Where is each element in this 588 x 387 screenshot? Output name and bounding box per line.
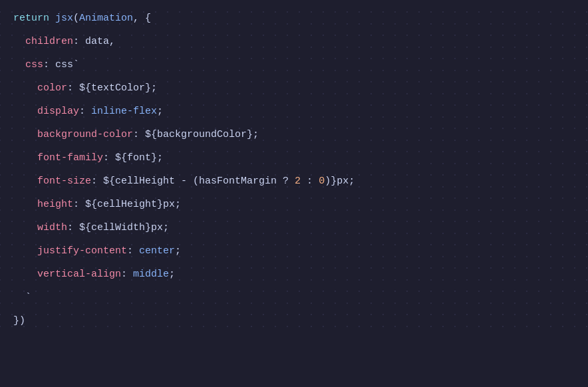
code-line: background-color: ${backgroundColor}; bbox=[0, 123, 588, 146]
code-token: : bbox=[121, 269, 133, 280]
code-token: data bbox=[85, 36, 109, 47]
code-token: middle bbox=[133, 269, 169, 280]
code-token: )}px bbox=[325, 176, 349, 187]
code-token: inline-flex bbox=[91, 106, 157, 117]
code-line: color: ${textColor}; bbox=[0, 76, 588, 100]
code-token: css bbox=[13, 59, 43, 70]
code-token: ; bbox=[169, 269, 175, 280]
code-token: : bbox=[133, 129, 145, 140]
code-token: ${font} bbox=[115, 152, 157, 164]
code-token: ; bbox=[163, 222, 169, 233]
code-line: height: ${cellHeight}px; bbox=[0, 193, 588, 216]
code-token: children bbox=[13, 36, 73, 47]
code-token: width bbox=[13, 222, 67, 233]
code-token: ; bbox=[175, 245, 181, 257]
code-token: : bbox=[67, 82, 79, 94]
code-token: ${cellHeight - (hasFontMargin ? bbox=[103, 176, 295, 187]
code-token: height bbox=[13, 199, 73, 210]
code-token: vertical-align bbox=[13, 269, 121, 280]
code-token: ${cellHeight}px bbox=[85, 199, 175, 210]
code-token: color bbox=[13, 82, 67, 94]
code-line: justify-content: center; bbox=[0, 239, 588, 263]
code-line: width: ${cellWidth}px; bbox=[0, 216, 588, 239]
code-line: display: inline-flex; bbox=[0, 100, 588, 123]
code-token: display bbox=[13, 106, 79, 117]
code-token: : bbox=[127, 245, 139, 257]
code-token: : bbox=[73, 199, 85, 210]
code-line: ` bbox=[0, 286, 588, 309]
code-token: ( bbox=[73, 13, 79, 24]
code-token: jsx bbox=[55, 13, 73, 24]
code-line: font-family: ${font}; bbox=[0, 146, 588, 170]
code-token: ${backgroundColor} bbox=[145, 129, 253, 140]
code-token: , { bbox=[133, 13, 151, 24]
code-token: : bbox=[301, 176, 319, 187]
code-token: : bbox=[103, 152, 115, 164]
code-token: : bbox=[91, 176, 103, 187]
code-token: : bbox=[73, 36, 85, 47]
code-editor: return jsx(Animation, { children: data, … bbox=[0, 0, 588, 339]
code-line: vertical-align: middle; bbox=[0, 263, 588, 286]
code-token: ; bbox=[253, 129, 259, 140]
code-token: 2 bbox=[295, 176, 301, 187]
code-token: css` bbox=[55, 59, 79, 70]
code-token: ${textColor} bbox=[79, 82, 151, 94]
code-line: return jsx(Animation, { bbox=[0, 7, 588, 30]
code-token: justify-content bbox=[13, 245, 127, 257]
code-token: : bbox=[79, 106, 91, 117]
code-token: ; bbox=[157, 152, 163, 164]
code-line: font-size: ${cellHeight - (hasFontMargin… bbox=[0, 170, 588, 193]
code-token: font-family bbox=[13, 152, 103, 164]
code-token: ; bbox=[175, 199, 181, 210]
code-token: , bbox=[109, 36, 115, 47]
code-token: font-size bbox=[13, 176, 91, 187]
code-line: css: css` bbox=[0, 53, 588, 76]
code-token: : bbox=[67, 222, 79, 233]
code-token: ` bbox=[13, 292, 31, 303]
code-token: ${cellWidth}px bbox=[79, 222, 163, 233]
code-token: background-color bbox=[13, 129, 133, 140]
code-token: return bbox=[13, 13, 55, 24]
code-line: }) bbox=[0, 309, 588, 332]
code-token: center bbox=[139, 245, 175, 257]
code-token: Animation bbox=[79, 13, 133, 24]
code-line: children: data, bbox=[0, 30, 588, 53]
code-token: ; bbox=[349, 176, 355, 187]
code-token: }) bbox=[13, 315, 25, 326]
code-token: 0 bbox=[319, 176, 325, 187]
code-token: ; bbox=[157, 106, 163, 117]
code-token: ; bbox=[151, 82, 157, 94]
code-token: : bbox=[43, 59, 55, 70]
